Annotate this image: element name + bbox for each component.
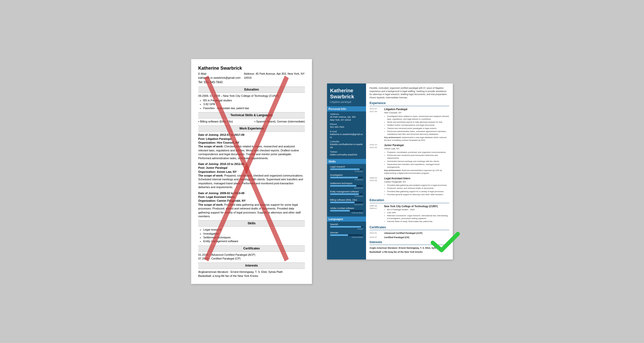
email-value: katherine.m.swarbrick@gmail.com bbox=[330, 133, 363, 139]
experience-entry: 2012-07 -2017-09 Litigation Paralegal Hi… bbox=[370, 108, 449, 142]
right-title: Litigation paralegal bbox=[330, 101, 363, 103]
skill-item: Entity management software Proficient bbox=[330, 190, 363, 197]
phone-value: 551-345-7843 bbox=[330, 126, 363, 129]
cert-1: 01.2014 – Advanced Certified Paralegal (… bbox=[198, 253, 305, 257]
personal-info-title: Personal Info bbox=[327, 106, 366, 111]
email-label: E-mail bbox=[330, 130, 363, 133]
interests-entries: Anglo-American literature: Ernest Heming… bbox=[370, 246, 449, 253]
skill-3: Settlement techniques bbox=[203, 236, 305, 239]
skills-list: Legal research Investigation Settlement … bbox=[198, 228, 305, 243]
edu-bullets: BS in Paralegal studies 3.82 GPA Favorit… bbox=[198, 99, 305, 110]
interest-item: Anglo-American literature: Ernest Heming… bbox=[370, 246, 449, 250]
work-entry-1: Date of Joining: 2012-07 to 2017-09 Post… bbox=[198, 133, 305, 160]
languages-section-title: Languages bbox=[327, 217, 366, 222]
left-resume: Katherine Swarbrick E-Mail: katherine.m.… bbox=[191, 59, 312, 284]
skill-1: Legal research bbox=[203, 228, 305, 232]
experience-entry: 2009-02 -2010-09 Legal Assistant Intern … bbox=[370, 177, 449, 196]
edu-bullet-1: BS in Paralegal studies bbox=[203, 99, 305, 102]
cert-entry: 2014-01 Advanced Certified Paralegal (AC… bbox=[370, 232, 449, 235]
skill-4: Entity management software bbox=[203, 239, 305, 243]
right-name: Katherine Swarbrick bbox=[330, 88, 363, 100]
address-value: 45 Park Avenue, Apt. 303New York, NY 100… bbox=[330, 116, 363, 121]
twitter-label: Twitter bbox=[330, 151, 363, 153]
linkedin-value: linkedin.com/katherine-m-swarbrick bbox=[330, 143, 363, 149]
skill-item: Settlement techniques Advanced bbox=[330, 182, 363, 189]
skill-item: Adobe Acrobat software Intermediate bbox=[330, 207, 363, 214]
cert-entry: 2010-07 Certified Paralegal (CP) bbox=[370, 236, 449, 239]
twitter-value: twitter.com/cathy-swarbrick bbox=[330, 153, 363, 156]
skills-header: Skills bbox=[198, 220, 305, 227]
left-tel: Tel: 551-345-7843 bbox=[198, 80, 305, 84]
education-title: Education bbox=[370, 198, 449, 203]
work-entry-2: Date of Joining: 2010-10 to 2012-06 Post… bbox=[198, 162, 305, 189]
cert-2: 07.2010 – Certified Paralegal (CP) bbox=[198, 257, 305, 261]
education-entries: 2006-09 -2009-07 New York City College o… bbox=[370, 205, 449, 223]
technical-skills: • Billing software (Elite, Clio) • Spani… bbox=[198, 120, 305, 123]
interests-title: Interests bbox=[370, 240, 449, 245]
sidebar: Katherine Swarbrick Litigation paralegal… bbox=[327, 83, 366, 260]
education-entry: 2006-09 -2009-07 New York City College o… bbox=[370, 205, 449, 223]
summary: Flexible, motivated, organized certified… bbox=[370, 87, 449, 99]
experience-title: Experience bbox=[370, 101, 449, 106]
interests-text: Angloamerican literature : Ernest Heming… bbox=[198, 270, 305, 278]
left-email: E-Mail: katherine.m.swarbrick@gmail.com bbox=[198, 72, 244, 80]
interest-item: Basketball: a life-long fan of the New Y… bbox=[370, 250, 449, 254]
linkedin-label: LinkedIn bbox=[330, 140, 363, 143]
skill-item: Investigation Proficient bbox=[330, 174, 363, 181]
skill-item: Billing software (Elite, Clio) Advanced bbox=[330, 199, 363, 206]
left-contact-row: E-Mail: katherine.m.swarbrick@gmail.com … bbox=[198, 72, 305, 80]
edu-entry: 09.2006- 07.2009 – New York City College… bbox=[198, 94, 305, 98]
work-entry-3: Date of Joining: 2009-02 to 2010-09 Post… bbox=[198, 191, 305, 219]
language-item: Spanish Fluent bbox=[330, 223, 363, 230]
address-label: Address bbox=[330, 113, 363, 115]
education-header: Education bbox=[198, 87, 305, 93]
left-name: Katherine Swarbrick bbox=[198, 65, 305, 71]
language-item: German Intermediate bbox=[330, 231, 363, 238]
skills-bars: Legal research Proficient Investigation … bbox=[330, 165, 363, 214]
right-resume: Katherine Swarbrick Litigation paralegal… bbox=[327, 83, 453, 260]
certificates-title: Certificates bbox=[370, 225, 449, 230]
cert-entries: 2014-01 Advanced Certified Paralegal (AC… bbox=[370, 232, 449, 239]
interests-header: Interests bbox=[198, 263, 305, 269]
certs-header: Certificates bbox=[198, 245, 305, 252]
work-header: Work Experience bbox=[198, 125, 305, 132]
skill-2: Investigation bbox=[203, 232, 305, 236]
skills-section-title: Skills bbox=[327, 159, 366, 164]
skill-item: Legal research Proficient bbox=[330, 165, 363, 173]
language-bars: Spanish Fluent German Intermediate bbox=[330, 223, 363, 238]
main-content: Flexible, motivated, organized certified… bbox=[366, 83, 453, 260]
edu-bullet-2: 3.82 GPA bbox=[203, 102, 305, 106]
phone-label: Phone bbox=[330, 123, 363, 125]
experience-entry: 2010-10 -2012-06 Junior Paralegal Axiom … bbox=[370, 144, 449, 175]
experience-entries: 2012-07 -2017-09 Litigation Paralegal Hi… bbox=[370, 108, 449, 196]
edu-bullet-3: Favorites : real-estate law, patent law bbox=[203, 106, 305, 110]
technical-header: Technical Skills & Languages bbox=[198, 112, 305, 118]
left-address: Address: 45 Park Avenue, Apt 303, New Yo… bbox=[244, 72, 305, 80]
